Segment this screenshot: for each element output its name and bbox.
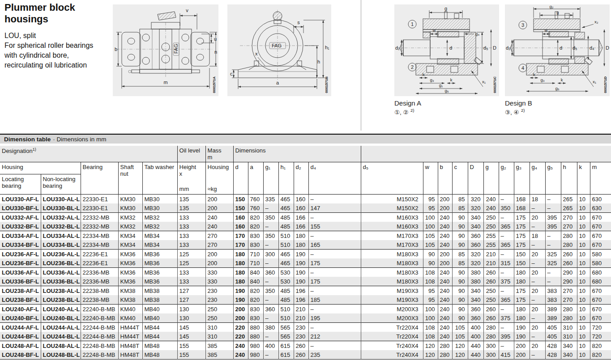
callout-4: 4 [521, 65, 524, 71]
dimension-table-bar: Dimension table · Dimensions in mm [0, 134, 611, 144]
cell: 240 [438, 305, 452, 314]
cell: 175 [514, 286, 530, 296]
cell: 10 [577, 341, 590, 351]
cell: LOU236-BL-L [41, 258, 81, 268]
cell: 310 [561, 332, 577, 341]
dim-label-x1: x₁ [593, 79, 596, 84]
cell: M150X2 [361, 203, 423, 213]
dim-label-x2: x₂ [594, 19, 598, 24]
header-tab-washer: Tab washer [142, 162, 177, 195]
cell: 165 [308, 240, 361, 250]
cell: 395 [545, 222, 561, 231]
header-designation: Designation1) [0, 146, 177, 162]
cell: MB34 [142, 231, 177, 241]
drawing-code: 0001571A [212, 76, 216, 93]
cell: 220 [233, 332, 248, 341]
header-dim-letter: d [233, 162, 248, 195]
cell: – [308, 213, 361, 222]
callout-2: 2 [411, 64, 414, 70]
cell: 10 [577, 258, 590, 268]
cell: M170X3 [361, 231, 423, 241]
cell: MB36 [142, 268, 177, 277]
dim-label-D: D [606, 45, 609, 51]
cell: 440 [468, 341, 483, 351]
dim-label-v: v [186, 8, 188, 13]
cell: 580 [590, 250, 611, 259]
cell: M150X2 [361, 195, 423, 204]
cell: 175 [308, 277, 361, 286]
cell: 10 [577, 203, 590, 213]
cell: 280 [438, 350, 452, 360]
cell: 428 [545, 341, 561, 351]
cell: 90 [452, 305, 468, 314]
cell: 260 [483, 313, 499, 323]
cell: 320 [468, 195, 483, 204]
cell: 240 [483, 195, 499, 204]
cell: 10 [577, 286, 590, 296]
cell: 320 [468, 258, 483, 268]
cell: – [545, 195, 561, 204]
cell: M160X3 [361, 213, 423, 222]
page-title: Plummer blockhousings [4, 2, 112, 25]
dim-label-d4: d₄ [590, 45, 594, 51]
cell: 240 [438, 222, 452, 231]
cell: MB40 [142, 313, 177, 323]
cell: 10 [577, 323, 590, 332]
cell: 980 [248, 341, 263, 351]
cell: 168 [514, 195, 530, 204]
cell: – [263, 277, 278, 286]
cell: 280 [561, 231, 577, 241]
header-oil-height: Heightxmm [177, 162, 205, 195]
cell: – [499, 323, 514, 332]
cell: 465 [278, 195, 294, 204]
cell: 135 [177, 203, 205, 213]
cell: LOU240-BL-L [41, 313, 81, 323]
cell: 90 [452, 286, 468, 296]
cell: M180X3 [361, 277, 423, 286]
cell: 300 [483, 350, 499, 360]
cell: LOU336-AL-L [41, 268, 81, 277]
cell: MB38 [142, 295, 177, 305]
cell: 10 [577, 240, 590, 250]
cell: 360 [468, 313, 483, 323]
cell: 155 [177, 350, 205, 360]
cell: 395 [499, 332, 514, 341]
dim-label-w: w [432, 28, 436, 33]
header-dim-letter: w [423, 162, 438, 195]
cell: 200 [233, 305, 248, 314]
cell: 485 [278, 295, 294, 305]
cell: 155 [308, 222, 361, 231]
cell: – [530, 222, 545, 231]
cell: 105 [423, 231, 438, 241]
header-shaft-nut: Shaft nut [118, 162, 142, 195]
cell: 108 [423, 332, 438, 341]
cell: 108 [423, 268, 438, 277]
cell: 200 [438, 250, 452, 259]
cell: 240 [438, 231, 452, 241]
cell: KM30 [118, 203, 142, 213]
cell: 260 [561, 250, 577, 259]
cell: 22330-E1 [81, 203, 118, 213]
cell: 820 [248, 222, 263, 231]
cell: 320 [468, 203, 483, 213]
cell: 565 [278, 332, 294, 341]
cell: – [545, 203, 561, 213]
cell: 133 [177, 231, 205, 241]
header-dim-letter: k [577, 162, 590, 195]
cell: 133 [177, 240, 205, 250]
cell: M180X3 [361, 250, 423, 259]
cell: 405 [545, 332, 561, 341]
cell: 465 [278, 258, 294, 268]
cell: – [308, 286, 361, 296]
design-a-caption: Design A ①, ② 2) [394, 99, 421, 117]
cell: 389 [545, 313, 561, 323]
cell: LOU248-BF-L [0, 350, 41, 360]
dim-label-g3: g₃ [430, 77, 434, 82]
dim-label-b: b [115, 47, 117, 52]
header-dim-letter: g₂ [499, 162, 514, 195]
cell: 820 [248, 295, 263, 305]
header-dim-letter: c [452, 162, 468, 195]
dim-label-k2: k [561, 77, 563, 82]
cell: 95 [423, 286, 438, 296]
design-a-drawing: 1 2 g w d g₄ d₂ d₅ D k g₃ k g₁ g₅ x₁ 000… [394, 4, 499, 96]
